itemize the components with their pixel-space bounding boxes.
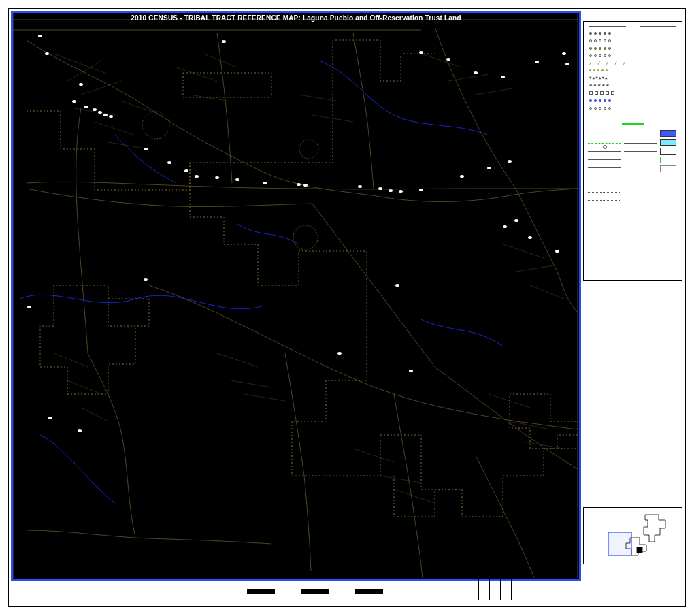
svg-point-27 [508,160,512,163]
svg-point-47 [395,284,399,287]
svg-point-43 [48,417,52,419]
page-frame: 2010 CENSUS - TRIBAL TRACT REFERENCE MAP… [8,8,686,607]
svg-point-39 [222,40,226,43]
svg-point-28 [514,219,518,222]
map-frame[interactable]: 2010 CENSUS - TRIBAL TRACT REFERENCE MAP… [11,11,581,581]
svg-point-14 [195,175,199,178]
inset-locator [583,507,682,564]
svg-point-7 [93,108,97,111]
svg-rect-51 [608,532,631,555]
svg-point-41 [38,35,42,37]
svg-point-12 [167,161,171,164]
svg-point-46 [337,352,342,355]
svg-point-24 [419,189,423,191]
svg-point-48 [409,370,413,372]
svg-point-15 [215,176,219,179]
legend-mid [584,120,682,130]
svg-point-40 [45,52,49,55]
legend: / / / / / ▼▲▼▲▼▲ ▰▰▰▰▰ [583,21,682,281]
svg-point-21 [378,187,382,190]
svg-point-22 [389,189,393,192]
svg-point-19 [303,184,308,187]
svg-point-37 [562,52,566,55]
svg-point-11 [144,148,148,150]
scale-bar [247,589,383,594]
svg-point-8 [98,111,102,114]
svg-point-13 [184,169,188,172]
svg-point-42 [79,83,83,86]
svg-point-18 [297,183,301,186]
svg-point-25 [460,175,464,178]
svg-point-31 [555,250,559,253]
legend-symbols: / / / / / ▼▲▼▲▼▲ ▰▰▰▰▰ [584,22,682,116]
svg-point-34 [474,71,478,74]
svg-point-10 [109,115,113,118]
svg-point-35 [501,76,505,78]
svg-point-36 [535,61,539,63]
svg-point-32 [419,51,423,54]
svg-point-23 [399,190,403,193]
map-canvas [13,13,579,579]
svg-rect-0 [13,13,579,579]
sheet-index-grid [478,578,511,600]
map-title: 2010 CENSUS - TRIBAL TRACT REFERENCE MAP… [13,14,579,22]
svg-point-38 [565,63,569,65]
svg-point-29 [503,225,507,228]
svg-point-44 [78,429,82,432]
svg-point-30 [528,236,532,239]
svg-point-33 [446,58,450,61]
svg-point-17 [263,182,267,184]
svg-point-26 [487,167,491,169]
svg-point-9 [103,114,108,116]
svg-point-6 [84,106,88,108]
svg-point-45 [144,278,148,281]
svg-point-5 [72,100,76,103]
svg-rect-50 [637,547,642,553]
svg-point-16 [235,178,239,181]
svg-point-49 [27,306,31,308]
svg-point-20 [358,185,362,188]
legend-columns [584,130,682,208]
